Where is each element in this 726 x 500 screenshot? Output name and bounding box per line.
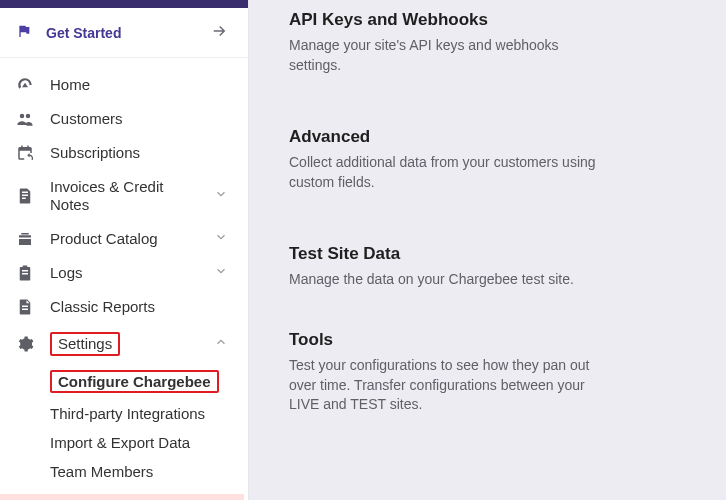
section-tools[interactable]: Tools Test your configurations to see ho… — [289, 330, 686, 415]
document-icon — [16, 298, 34, 316]
section-title: Test Site Data — [289, 244, 686, 264]
chevron-up-icon — [214, 335, 228, 353]
section-desc: Manage the data on your Chargebee test s… — [289, 270, 609, 290]
sub-third-party[interactable]: Third-party Integrations — [50, 399, 248, 428]
section-desc: Collect additional data from your custom… — [289, 153, 609, 192]
sub-configure-chargebee[interactable]: Configure Chargebee — [50, 364, 248, 399]
users-icon — [16, 110, 34, 128]
section-advanced[interactable]: Advanced Collect additional data from yo… — [289, 127, 686, 192]
highlight-configure: Configure Chargebee — [50, 370, 219, 393]
section-test-data[interactable]: Test Site Data Manage the data on your C… — [289, 244, 686, 290]
clipboard-icon — [16, 264, 34, 282]
sidebar-item-label: Invoices & Credit Notes — [50, 178, 198, 214]
sidebar-item-reports[interactable]: Classic Reports — [0, 290, 248, 324]
sidebar-item-label-settings: Settings — [50, 332, 198, 356]
receipt-icon — [16, 187, 34, 205]
sidebar-item-catalog[interactable]: Product Catalog — [0, 222, 248, 256]
settings-subnav: Configure Chargebee Third-party Integrat… — [0, 364, 248, 500]
highlight-settings: Settings — [50, 332, 120, 356]
section-api-keys[interactable]: API Keys and Webhooks Manage your site's… — [289, 10, 686, 75]
section-desc: Test your configurations to see how they… — [289, 356, 609, 415]
flag-icon — [16, 23, 32, 42]
sidebar-item-label: Classic Reports — [50, 298, 228, 316]
sidebar-item-invoices[interactable]: Invoices & Credit Notes — [0, 170, 248, 222]
sidebar-item-logs[interactable]: Logs — [0, 256, 248, 290]
section-title: Advanced — [289, 127, 686, 147]
get-started-link[interactable]: Get Started — [0, 8, 248, 58]
sidebar: Get Started Home Customers Subscriptions — [0, 0, 249, 500]
topbar-strip — [0, 0, 248, 8]
chevron-down-icon — [214, 264, 228, 282]
gear-icon — [16, 335, 34, 353]
sidebar-item-subscriptions[interactable]: Subscriptions — [0, 136, 248, 170]
section-title: API Keys and Webhooks — [289, 10, 686, 30]
gauge-icon — [16, 76, 34, 94]
get-started-label: Get Started — [46, 25, 121, 41]
sidebar-item-customers[interactable]: Customers — [0, 102, 248, 136]
bottom-strip — [0, 494, 244, 500]
chevron-down-icon — [214, 187, 228, 205]
section-title: Tools — [289, 330, 686, 350]
sidebar-item-label: Home — [50, 76, 228, 94]
sub-import-export[interactable]: Import & Export Data — [50, 428, 248, 457]
catalog-icon — [16, 230, 34, 248]
calendar-refresh-icon — [16, 144, 34, 162]
chevron-down-icon — [214, 230, 228, 248]
nav: Home Customers Subscriptions Invoices & … — [0, 58, 248, 500]
sidebar-item-label: Product Catalog — [50, 230, 198, 248]
sidebar-item-label: Subscriptions — [50, 144, 228, 162]
sidebar-item-home[interactable]: Home — [0, 68, 248, 102]
arrow-right-icon — [210, 22, 228, 43]
section-desc: Manage your site's API keys and webhooks… — [289, 36, 609, 75]
main-content: API Keys and Webhooks Manage your site's… — [249, 0, 726, 500]
sidebar-item-label: Logs — [50, 264, 198, 282]
sidebar-item-label: Customers — [50, 110, 228, 128]
sub-team-members[interactable]: Team Members — [50, 457, 248, 486]
sidebar-item-settings[interactable]: Settings — [0, 324, 248, 364]
